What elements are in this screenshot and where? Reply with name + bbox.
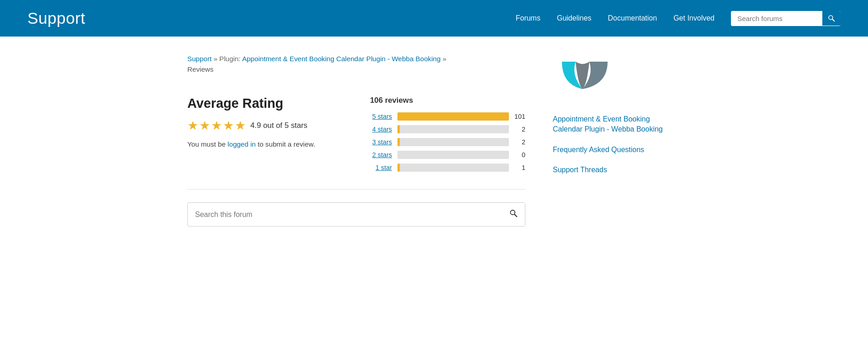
breadcrumb-sep1: » Plugin: (212, 55, 242, 63)
bar-track-3 (397, 151, 509, 159)
svg-line-3 (514, 214, 517, 217)
rating-row: 5 stars101 (370, 112, 525, 121)
rating-row: 3 stars2 (370, 138, 525, 146)
rating-label-0[interactable]: 5 stars (370, 113, 392, 120)
forum-search-input[interactable] (188, 204, 502, 225)
sidebar-faq-link[interactable]: Frequently Asked Questions (553, 145, 681, 155)
search-icon (509, 209, 518, 217)
logo-svg (557, 57, 612, 98)
star-3: ★ (211, 118, 222, 133)
stars-display: ★ ★ ★ ★ ★ (187, 118, 246, 133)
rating-row: 4 stars2 (370, 125, 525, 133)
star-4: ★ (223, 118, 234, 133)
login-prompt: You must be logged in to submit a review… (187, 140, 343, 148)
breadcrumb-support-link[interactable]: Support (187, 55, 212, 63)
content-area: Support » Plugin: Appointment & Event Bo… (160, 37, 708, 245)
rating-count-0: 101 (514, 113, 525, 120)
plugin-logo (553, 55, 617, 100)
breadcrumb-sep2: » (440, 55, 446, 63)
reviews-summary: 106 reviews 5 stars1014 stars23 stars22 … (370, 91, 525, 176)
svg-line-1 (832, 19, 834, 21)
bar-fill-2 (397, 138, 400, 146)
main-nav: Forums Guidelines Documentation Get Invo… (516, 11, 841, 26)
breadcrumb: Support » Plugin: Appointment & Event Bo… (187, 55, 525, 63)
star-2: ★ (199, 118, 210, 133)
nav-get-involved[interactable]: Get Involved (673, 14, 715, 22)
bar-track-0 (397, 112, 509, 121)
header-search-input[interactable] (731, 11, 822, 26)
header-search-wrapper (731, 11, 841, 26)
rating-text: 4.9 out of 5 stars (250, 121, 307, 130)
divider (187, 189, 525, 190)
sidebar: Appointment & Event Booking Calendar Plu… (553, 55, 681, 227)
reviews-count: 106 reviews (370, 96, 525, 105)
login-prompt-prefix: You must be (187, 140, 228, 148)
rating-count-4: 1 (514, 164, 525, 171)
stars-row: ★ ★ ★ ★ ★ 4.9 out of 5 stars (187, 118, 343, 133)
bar-fill-4 (397, 164, 400, 172)
sidebar-support-link[interactable]: Support Threads (553, 165, 681, 175)
sidebar-plugin-link[interactable]: Appointment & Event Booking Calendar Plu… (553, 114, 681, 135)
search-icon (828, 15, 835, 22)
rating-row: 2 stars0 (370, 151, 525, 159)
nav-guidelines[interactable]: Guidelines (557, 14, 592, 22)
bar-fill-0 (397, 112, 509, 121)
login-link[interactable]: logged in (228, 140, 256, 148)
page-wrapper: Support » Plugin: Appointment & Event Bo… (0, 37, 868, 338)
breadcrumb-current: Reviews (187, 65, 525, 73)
average-rating-heading: Average Rating (187, 96, 343, 111)
rating-count-2: 2 (514, 138, 525, 146)
rating-bars: 5 stars1014 stars23 stars22 stars01 star… (370, 112, 525, 172)
breadcrumb-plugin-link[interactable]: Appointment & Event Booking Calendar Plu… (242, 55, 441, 63)
rating-label-1[interactable]: 4 stars (370, 126, 392, 133)
bar-fill-1 (397, 125, 400, 133)
site-title: Support (27, 9, 85, 27)
nav-documentation[interactable]: Documentation (608, 14, 657, 22)
rating-label-3[interactable]: 2 stars (370, 151, 392, 158)
bar-track-1 (397, 125, 509, 133)
rating-count-1: 2 (514, 126, 525, 133)
site-header: Support Forums Guidelines Documentation … (0, 0, 868, 37)
average-rating-section: Average Rating ★ ★ ★ ★ ★ 4.9 out of 5 st… (187, 87, 343, 161)
forum-search-button[interactable] (502, 203, 525, 226)
rating-row: 1 star1 (370, 164, 525, 172)
bar-track-4 (397, 164, 509, 172)
star-5: ★ (235, 118, 246, 133)
login-prompt-suffix: to submit a review. (256, 140, 315, 148)
main-column: Support » Plugin: Appointment & Event Bo… (187, 55, 525, 227)
rating-label-4[interactable]: 1 star (370, 164, 392, 171)
forum-search-wrapper (187, 202, 525, 227)
rating-count-3: 0 (514, 151, 525, 158)
bar-track-2 (397, 138, 509, 146)
rating-label-2[interactable]: 3 stars (370, 138, 392, 146)
header-search-button[interactable] (822, 11, 841, 26)
star-1: ★ (187, 118, 198, 133)
nav-forums[interactable]: Forums (516, 14, 540, 22)
